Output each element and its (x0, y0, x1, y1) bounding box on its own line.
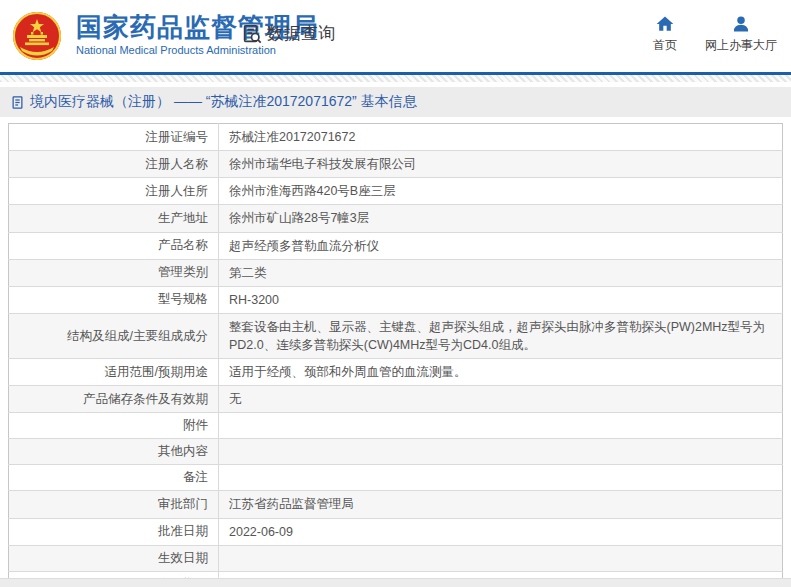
row-label: 适用范围/预期用途 (9, 359, 219, 386)
table-row: 附件 (9, 413, 783, 439)
row-label: 其他内容 (9, 439, 219, 465)
data-query-label: 数据查询 (267, 22, 335, 45)
row-value: 超声经颅多普勒血流分析仪 (219, 232, 783, 259)
row-label: 产品名称 (9, 232, 219, 259)
row-label-text: 批准日期 (158, 524, 208, 538)
row-value-text: RH-3200 (229, 293, 279, 307)
top-nav: 首页 网上办事大厅 (653, 14, 777, 54)
row-value (219, 545, 783, 571)
table-row: 注册人住所徐州市淮海西路420号B座三层 (9, 178, 783, 205)
row-value-text: 适用于经颅、颈部和外周血管的血流测量。 (229, 365, 467, 379)
home-icon (655, 14, 675, 34)
row-label-text: 生产地址 (158, 211, 208, 225)
row-label: 注册人住所 (9, 178, 219, 205)
breadcrumb: 境内医疗器械（注册） —— “苏械注准20172071672” 基本信息 (0, 87, 791, 117)
row-label: 备注 (9, 465, 219, 491)
row-label: 结构及组成/主要组成成分 (9, 313, 219, 358)
table-row: 适用范围/预期用途适用于经颅、颈部和外周血管的血流测量。 (9, 359, 783, 386)
table-row: 生产地址徐州市矿山路28号7幢3层 (9, 205, 783, 232)
row-value: 无 (219, 386, 783, 413)
row-label: 型号规格 (9, 286, 219, 313)
row-label-text: 型号规格 (158, 292, 208, 306)
nav-online-hall-label: 网上办事大厅 (705, 37, 777, 54)
table-row: 审批部门江苏省药品监督管理局 (9, 491, 783, 518)
row-label: 附件 (9, 413, 219, 439)
row-value: 苏械注准20172071672 (219, 124, 783, 151)
table-row: 其他内容 (9, 439, 783, 465)
row-label-text: 注册证编号 (146, 130, 209, 144)
row-label-text: 注册人住所 (146, 184, 209, 198)
table-row: 备注 (9, 465, 783, 491)
row-value-text: 2022-06-09 (229, 525, 293, 539)
site-subtitle: National Medical Products Administration (76, 44, 319, 56)
table-row: 批准日期2022-06-09 (9, 518, 783, 545)
row-label-text: 产品名称 (158, 238, 208, 252)
table-row: 产品储存条件及有效期无 (9, 386, 783, 413)
row-label: 产品储存条件及有效期 (9, 386, 219, 413)
row-value-text: 无 (229, 392, 242, 406)
breadcrumb-text: 境内医疗器械（注册） —— “苏械注准20172071672” 基本信息 (30, 93, 417, 111)
table-row: 注册人名称徐州市瑞华电子科技发展有限公司 (9, 151, 783, 178)
nav-home-label: 首页 (653, 37, 677, 54)
row-label: 生产地址 (9, 205, 219, 232)
page-header: 国家药品监督管理局 National Medical Products Admi… (0, 0, 791, 72)
table-row: 管理类别第二类 (9, 259, 783, 286)
row-value-text: 徐州市淮海西路420号B座三层 (229, 184, 396, 198)
data-query-icon (241, 23, 263, 45)
row-value-text: 第二类 (229, 266, 267, 280)
row-value-text: 苏械注准20172071672 (229, 130, 355, 144)
row-value: 整套设备由主机、显示器、主键盘、超声探头组成，超声探头由脉冲多普勒探头(PW)2… (219, 313, 783, 358)
row-value-text: 徐州市矿山路28号7幢3层 (229, 211, 369, 225)
row-value (219, 413, 783, 439)
row-label: 注册人名称 (9, 151, 219, 178)
row-value (219, 439, 783, 465)
table-row: 产品名称超声经颅多普勒血流分析仪 (9, 232, 783, 259)
table-row: 生效日期 (9, 545, 783, 571)
row-value-text: 超声经颅多普勒血流分析仪 (229, 239, 379, 253)
person-icon (731, 14, 751, 34)
row-value: 适用于经颅、颈部和外周血管的血流测量。 (219, 359, 783, 386)
document-icon (10, 95, 25, 110)
row-label: 审批部门 (9, 491, 219, 518)
data-query-button[interactable]: 数据查询 (241, 22, 335, 45)
registration-info-table-wrap: 注册证编号苏械注准20172071672注册人名称徐州市瑞华电子科技发展有限公司… (8, 123, 783, 587)
row-value: 江苏省药品监督管理局 (219, 491, 783, 518)
row-label: 注册证编号 (9, 124, 219, 151)
row-label: 批准日期 (9, 518, 219, 545)
row-label-text: 适用范围/预期用途 (105, 365, 208, 379)
row-label-text: 注册人名称 (146, 157, 209, 171)
row-value: 2022-06-09 (219, 518, 783, 545)
row-value: 第二类 (219, 259, 783, 286)
row-label-text: 管理类别 (158, 265, 208, 279)
row-label-text: 结构及组成/主要组成成分 (67, 329, 208, 343)
table-row: 型号规格RH-3200 (9, 286, 783, 313)
registration-info-table: 注册证编号苏械注准20172071672注册人名称徐州市瑞华电子科技发展有限公司… (8, 123, 783, 587)
row-value: 徐州市瑞华电子科技发展有限公司 (219, 151, 783, 178)
table-row: 注册证编号苏械注准20172071672 (9, 124, 783, 151)
national-emblem-logo (12, 11, 62, 61)
row-value (219, 465, 783, 491)
row-value: 徐州市矿山路28号7幢3层 (219, 205, 783, 232)
row-value-text: 江苏省药品监督管理局 (229, 497, 354, 511)
row-value: RH-3200 (219, 286, 783, 313)
nav-home[interactable]: 首页 (653, 14, 677, 54)
row-label-text: 审批部门 (158, 497, 208, 511)
footer-strip (0, 578, 791, 587)
row-value: 徐州市淮海西路420号B座三层 (219, 178, 783, 205)
row-label-text: 产品储存条件及有效期 (83, 392, 208, 406)
row-label: 生效日期 (9, 545, 219, 571)
nav-online-hall[interactable]: 网上办事大厅 (705, 14, 777, 54)
table-row: 结构及组成/主要组成成分整套设备由主机、显示器、主键盘、超声探头组成，超声探头由… (9, 313, 783, 358)
row-value-text: 整套设备由主机、显示器、主键盘、超声探头组成，超声探头由脉冲多普勒探头(PW)2… (229, 320, 765, 352)
row-label-text: 生效日期 (158, 551, 208, 565)
hatched-strip (0, 75, 791, 82)
row-label-text: 附件 (183, 418, 208, 432)
row-label: 管理类别 (9, 259, 219, 286)
row-label-text: 备注 (183, 470, 208, 484)
row-value-text: 徐州市瑞华电子科技发展有限公司 (229, 157, 417, 171)
row-label-text: 其他内容 (158, 444, 208, 458)
